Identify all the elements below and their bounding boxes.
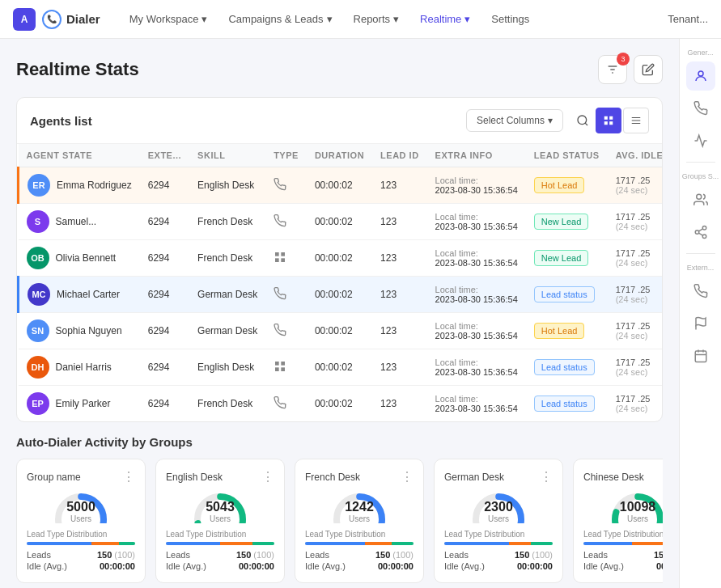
lead-status-badge[interactable]: Lead status xyxy=(534,286,595,302)
timestamp-label: 2023-08-30 15:36:54 xyxy=(435,331,518,341)
sidebar-icon-share[interactable] xyxy=(686,218,715,247)
agent-avatar: MC xyxy=(28,283,50,306)
edit-button[interactable] xyxy=(634,55,663,84)
lead-status-badge[interactable]: New Lead xyxy=(534,250,589,266)
list-view-button[interactable] xyxy=(623,108,649,133)
share-icon xyxy=(693,225,708,239)
agent-avatar: EP xyxy=(27,392,49,415)
nav-item-campaigns[interactable]: Campaigns & Leads ▾ xyxy=(218,8,341,30)
bar-blue xyxy=(305,542,365,545)
nav-item-settings[interactable]: Settings xyxy=(481,8,539,30)
lead-status-badge[interactable]: Lead status xyxy=(534,396,595,412)
sidebar-divider-2 xyxy=(686,253,715,254)
skill-cell: French Desk xyxy=(189,386,265,422)
avg-idle-cell: 1717 .25(24 sec) xyxy=(608,277,662,313)
sidebar-icon-calendar[interactable] xyxy=(686,341,715,370)
col-skill: SKILL xyxy=(189,144,265,167)
dialer-icon: 📞 xyxy=(42,10,61,29)
nav-item-realtime[interactable]: Realtime ▾ xyxy=(410,8,480,30)
svg-rect-14 xyxy=(275,258,279,262)
lead-status-cell: Hot Lead xyxy=(526,313,608,349)
sidebar-icon-flag[interactable] xyxy=(686,309,715,338)
group-menu-icon[interactable]: ⋮ xyxy=(261,469,274,484)
donut-chart: 2300 Users xyxy=(470,491,527,523)
sidebar-icon-chart[interactable] xyxy=(686,126,715,155)
svg-point-33 xyxy=(696,194,701,199)
svg-rect-15 xyxy=(281,258,285,262)
idle-label: Idle (Avg.) xyxy=(166,561,206,571)
col-extension: EXTE... xyxy=(140,144,189,167)
duration-cell: 00:00:02 xyxy=(307,240,372,277)
lead-dist-label: Lead Type Distribution xyxy=(305,530,414,539)
svg-line-4 xyxy=(585,123,587,125)
lead-status-badge[interactable]: Hot Lead xyxy=(534,323,585,339)
skill-cell: French Desk xyxy=(189,204,265,240)
col-avg-idle: AVG. IDLE xyxy=(608,144,662,167)
lead-dist-label: Lead Type Distribution xyxy=(166,530,274,539)
group-idle-stat: Idle (Avg.) 00:00:00 xyxy=(583,561,663,571)
type-cell xyxy=(265,386,307,422)
leads-label: Leads xyxy=(166,550,190,560)
group-menu-icon[interactable]: ⋮ xyxy=(401,469,414,484)
lead-status-badge[interactable]: Hot Lead xyxy=(534,177,585,193)
avg-idle-cell: 1717 .25(24 sec) xyxy=(608,386,662,422)
duration-cell: 00:00:02 xyxy=(307,167,372,204)
bar-orange xyxy=(91,542,119,545)
timestamp-label: 2023-08-30 15:36:54 xyxy=(435,367,518,377)
table-header-row: AGENT STATE EXTE... SKILL TYPE DURATION … xyxy=(19,144,663,167)
donut-value: 5043 Users xyxy=(192,500,248,523)
lead-id-cell: 123 xyxy=(372,240,427,277)
extra-info-cell: Local time: 2023-08-30 15:36:54 xyxy=(427,167,526,204)
donut-wrap: 5043 Users xyxy=(166,491,274,523)
leads-value: 150 (100) xyxy=(515,550,553,560)
select-columns-button[interactable]: Select Columns ▾ xyxy=(466,109,563,132)
lead-status-cell: Lead status xyxy=(526,277,608,313)
leads-value: 150 (100) xyxy=(236,550,274,560)
lead-status-badge[interactable]: Lead status xyxy=(534,359,595,375)
agent-state-cell: MC Michael Carter xyxy=(19,277,140,313)
skill-cell: French Desk xyxy=(189,240,265,277)
lead-id-cell: 123 xyxy=(372,204,427,240)
agent-avatar: SN xyxy=(27,319,49,342)
badge: 3 xyxy=(617,53,630,66)
group-menu-icon[interactable]: ⋮ xyxy=(122,469,135,484)
lead-status-badge[interactable]: New Lead xyxy=(534,214,589,230)
group-name-label: Group name xyxy=(27,472,81,483)
group-leads-stat: Leads 150 (100) xyxy=(583,550,663,560)
group-card-header: Chinese Desk ⋮ xyxy=(583,469,663,484)
filter-button[interactable]: 3 xyxy=(598,55,627,84)
duration-cell: 00:00:02 xyxy=(307,204,372,240)
table-row: S Samuel... 6294 French Desk 00:00:02 12… xyxy=(19,204,663,240)
extra-info-cell: Local time: 2023-08-30 15:36:54 xyxy=(427,204,526,240)
sidebar-icon-phone-external[interactable] xyxy=(686,277,715,306)
group-card-header: German Desk ⋮ xyxy=(444,469,553,484)
avg-idle-cell: 1717 .25(24 sec) xyxy=(608,167,662,204)
type-cell xyxy=(265,349,307,386)
search-button[interactable] xyxy=(570,108,596,133)
user-icon xyxy=(693,69,708,83)
svg-point-35 xyxy=(695,231,699,235)
lead-dist-bar xyxy=(166,542,274,545)
sidebar-icon-users[interactable] xyxy=(686,185,715,214)
nav-realtime-label: Realtime xyxy=(420,13,461,25)
chevron-down-icon: ▾ xyxy=(201,13,207,25)
idle-label: Idle (Avg.) xyxy=(583,561,624,571)
grid-view-button[interactable] xyxy=(596,108,621,133)
nav-item-reports[interactable]: Reports ▾ xyxy=(344,8,409,30)
list-icon xyxy=(630,115,642,126)
svg-point-3 xyxy=(578,116,587,125)
group-menu-icon[interactable]: ⋮ xyxy=(540,469,553,484)
donut-chart: 5043 Users xyxy=(192,491,248,523)
timestamp-label: 2023-08-30 15:36:54 xyxy=(435,404,518,413)
local-time-label: Local time: xyxy=(435,212,518,222)
nav-item-workspace[interactable]: My Workspace ▾ xyxy=(120,8,218,30)
duration-cell: 00:00:02 xyxy=(307,277,372,313)
extra-info-cell: Local time: 2023-08-30 15:36:54 xyxy=(427,349,526,386)
sidebar-icon-user[interactable] xyxy=(686,61,715,91)
agent-name-label: Samuel... xyxy=(56,216,97,227)
app-name: 📞 Dialer xyxy=(42,10,100,29)
sidebar-icon-phone[interactable] xyxy=(686,94,715,123)
sidebar-groups-label: Groups S... xyxy=(680,169,721,182)
leads-value: 150 (100) xyxy=(97,550,135,560)
svg-rect-5 xyxy=(604,116,608,120)
